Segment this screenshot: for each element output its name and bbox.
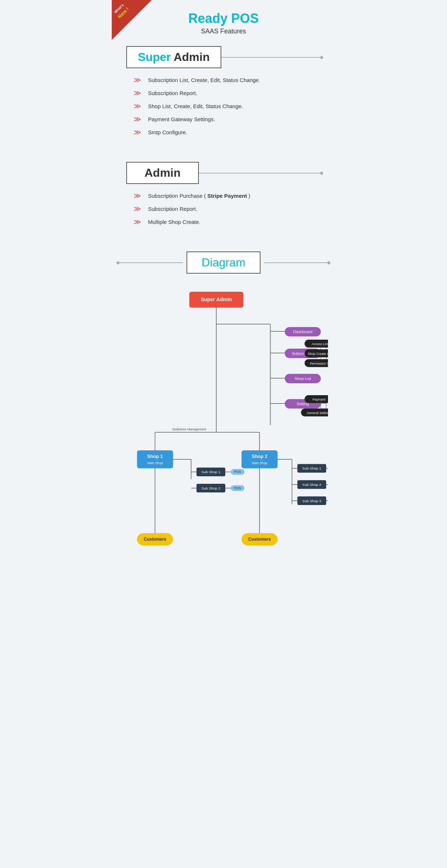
permission-set-label: Permission Set (310, 362, 328, 365)
feature-item: Subscription Report. (134, 89, 321, 97)
sub-shop-2a-label: Sub Shop 2 (201, 486, 220, 490)
feature-item: Subscription Report. (134, 204, 321, 213)
arrow-icon (134, 128, 144, 136)
customers-2-label: Customers (248, 537, 271, 542)
arrow-icon (134, 115, 144, 123)
super-admin-box: Super Admin (126, 46, 221, 68)
admin-section: Admin Subscription Purchase ( Stripe Pay… (112, 155, 335, 244)
sub-shop-3b-label: Sub Shop 3 (302, 499, 321, 503)
diagram-line-right (264, 262, 328, 263)
feature-text: Shop List, Create, Edit, Status Change. (148, 103, 243, 109)
super-admin-line (221, 57, 321, 58)
diagram-svg-container: Super Admin Dashboard Subscription Acces… (112, 284, 335, 591)
feature-text: Subscription Purchase ( Stripe Payment ) (148, 193, 250, 199)
shop1-sub-label: Main Shop (147, 461, 163, 465)
admin-line (199, 173, 321, 173)
admin-feature-list: Subscription Purchase ( Stripe Payment )… (134, 191, 321, 226)
feature-text: Multiple Shop Create. (148, 219, 200, 225)
shop1-node (137, 450, 173, 468)
super-admin-section: Super Admin Subscription List, Create, E… (112, 39, 335, 155)
shoplist-label: Shop List (295, 376, 311, 381)
arrow-icon (134, 89, 144, 97)
pos-1a-label: POS (234, 470, 241, 474)
shop2-node (242, 450, 278, 468)
super-admin-cyan: Super (138, 50, 171, 64)
feature-item: Payment Gateway Settings. (134, 115, 321, 123)
shop2-label: Shop 2 (252, 454, 267, 459)
admin-label: Admin (144, 166, 181, 179)
diagram-svg: Super Admin Dashboard Subscription Acces… (119, 288, 328, 576)
feature-text: Payment Gateway Settings. (148, 116, 215, 122)
feature-text: Smtp Configure. (148, 129, 187, 135)
admin-box: Admin (126, 162, 199, 184)
arrow-icon (134, 75, 144, 84)
general-settings-label: General Settings (307, 411, 328, 415)
pos-2a-label: POS (234, 486, 241, 490)
multistore-label: Multistore Management (172, 427, 206, 431)
customers-1-label: Customers (144, 537, 167, 542)
feature-item: Subscription List, Create, Edit, Status … (134, 75, 321, 84)
dashboard-label: Dashboard (293, 329, 312, 334)
sub-shop-2b-label: Sub Shop 2 (302, 483, 321, 487)
feature-text: Subscription Report. (148, 206, 197, 212)
ribbon-text: What's New ! (112, 0, 140, 30)
arrow-icon (134, 204, 144, 213)
shop1-label: Shop 1 (147, 454, 163, 459)
super-admin-node-label: Super Admin (201, 296, 232, 302)
sub-shop-1a-label: Sub Shop 1 (201, 470, 220, 474)
feature-item: Subscription Purchase ( Stripe Payment ) (134, 191, 321, 200)
arrow-icon (134, 191, 144, 200)
feature-item: Multiple Shop Create. (134, 217, 321, 226)
arrow-icon (134, 102, 144, 110)
super-admin-feature-list: Subscription List, Create, Edit, Status … (134, 75, 321, 136)
shop-create-limit-label: Shop Create Limit (308, 352, 328, 356)
feature-item: Smtp Configure. (134, 128, 321, 136)
ribbon-corner: What's New ! (112, 0, 152, 40)
super-admin-dark: Admin (171, 50, 210, 64)
feature-item: Shop List, Create, Edit, Status Change. (134, 102, 321, 110)
admin-role-wrapper: Admin (126, 162, 321, 184)
access-limit-label: Access Limit (312, 342, 328, 346)
shop2-sub-label: Main Shop (252, 461, 267, 465)
feature-text: Subscription Report. (148, 90, 197, 96)
diagram-title-box: Diagram (186, 251, 261, 274)
diagram-header-wrapper: Diagram (112, 251, 335, 274)
super-admin-role-wrapper: Super Admin (126, 46, 321, 68)
payment-label: Payment (313, 398, 326, 401)
sub-shop-1b-label: Sub Shop 1 (302, 467, 321, 471)
arrow-icon (134, 217, 144, 226)
feature-text: Subscription List, Create, Edit, Status … (148, 77, 260, 83)
diagram-line-left (119, 262, 183, 263)
diagram-title: Diagram (202, 256, 246, 269)
